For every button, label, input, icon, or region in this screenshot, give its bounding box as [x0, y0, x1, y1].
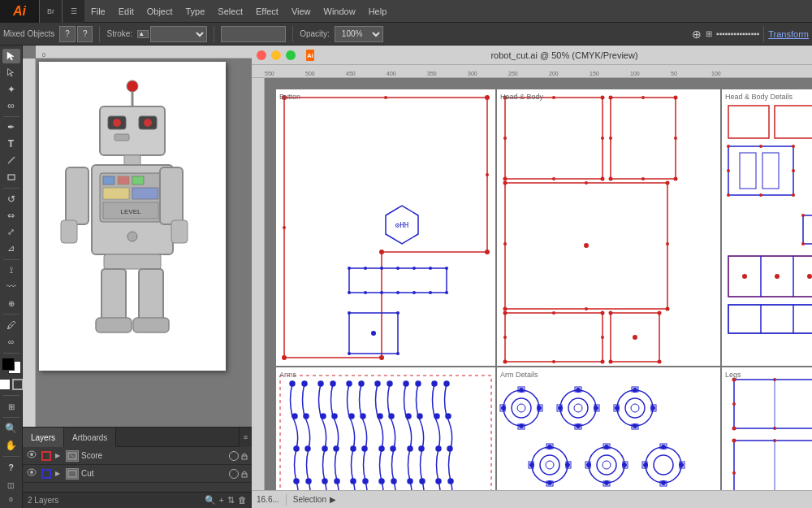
doc-file-icon: Ai — [304, 49, 317, 62]
layers-search-icon[interactable]: 🔍 — [205, 495, 216, 506]
svg-point-209 — [351, 479, 356, 484]
shape-builder-tool[interactable]: ⊕ — [2, 296, 20, 310]
fill-btn[interactable] — [0, 379, 11, 390]
question-tool[interactable]: ? — [2, 460, 20, 475]
layers-footer-icons: 🔍 + ⇅ 🗑 — [205, 495, 247, 506]
svg-point-195 — [321, 414, 326, 419]
layer-lock-cut[interactable] — [240, 470, 248, 478]
menu-effect[interactable]: Effect — [249, 0, 285, 23]
global-icon[interactable]: ⊕ — [692, 28, 702, 41]
layers-arrange-icon[interactable]: ⇅ — [227, 495, 235, 506]
svg-point-108 — [609, 137, 612, 140]
layers-tab-layers[interactable]: Layers — [23, 428, 64, 447]
warp-tool[interactable]: 〰 — [2, 280, 20, 294]
layer-lock-score[interactable] — [240, 452, 248, 460]
menu-window[interactable]: Window — [317, 0, 362, 23]
artboard-tool[interactable]: ⊞ — [2, 399, 20, 414]
pen-tool[interactable]: ✒ — [2, 120, 20, 135]
align-icon[interactable]: ⊞ — [706, 29, 712, 38]
rotate-tool[interactable]: ↺ — [2, 192, 20, 206]
layers-delete-icon[interactable]: 🗑 — [238, 495, 247, 506]
shear-tool[interactable]: ⊿ — [2, 241, 20, 255]
svg-point-274 — [633, 388, 637, 393]
layer-target-score[interactable] — [229, 451, 239, 461]
svg-point-118 — [552, 360, 555, 363]
svg-rect-244 — [497, 367, 720, 490]
lasso-tool[interactable]: ∞ — [2, 98, 20, 113]
options-question-buttons: ? ? — [59, 26, 93, 42]
svg-point-189 — [294, 479, 299, 484]
stroke-btn[interactable] — [12, 379, 24, 390]
menu-edit[interactable]: Edit — [112, 0, 140, 23]
layer-color-score — [41, 451, 51, 461]
rectangle-tool[interactable] — [2, 170, 20, 185]
layers-new-icon[interactable]: + — [219, 495, 224, 506]
color-chips[interactable] — [2, 358, 21, 374]
navigator-btn[interactable]: ◫ — [2, 478, 20, 493]
direct-selection-tool[interactable] — [2, 65, 20, 80]
layers-panel-menu[interactable]: ≡ — [239, 428, 252, 447]
svg-point-114 — [601, 360, 605, 364]
layer-row-cut[interactable]: ▶ Cut — [23, 465, 252, 483]
svg-point-227 — [408, 446, 412, 451]
menu-file[interactable]: File — [84, 0, 112, 23]
width-tool[interactable]: ⟟ — [2, 263, 20, 277]
stroke-dropdown[interactable] — [150, 26, 207, 42]
svg-rect-38 — [68, 471, 76, 477]
svg-point-79 — [348, 352, 351, 355]
svg-point-100 — [584, 243, 589, 248]
reflect-tool[interactable]: ⇔ — [2, 208, 20, 223]
layer-target-cut[interactable] — [229, 469, 239, 479]
svg-rect-16 — [132, 176, 144, 185]
selection-tool[interactable] — [2, 49, 20, 63]
layer-row-score[interactable]: ▶ Score — [23, 447, 252, 465]
options-sep-1 — [99, 26, 100, 42]
layer-expand-score[interactable]: ▶ — [55, 452, 63, 460]
layers-tab-artboards[interactable]: Artboards — [64, 428, 116, 447]
window-max-btn[interactable] — [286, 50, 296, 60]
stroke-color-preview — [221, 26, 286, 42]
menu-object[interactable]: Object — [140, 0, 179, 23]
transform-link[interactable]: Transform — [768, 29, 809, 39]
svg-point-139 — [792, 169, 795, 172]
doc-canvas[interactable]: 550 500 450 400 350 300 250 200 150 100 … — [252, 65, 812, 490]
menu-view[interactable]: View — [285, 0, 317, 23]
eyedropper-tool[interactable]: 🖊 — [2, 318, 20, 332]
artboard-hbd-svg: feet — [722, 89, 812, 366]
svg-point-132 — [727, 145, 730, 148]
menu-type[interactable]: Type — [179, 0, 212, 23]
menu-select[interactable]: Select — [211, 0, 249, 23]
hand-tool[interactable]: ✋ — [2, 437, 20, 452]
artboard-arms-svg — [276, 367, 495, 490]
svg-rect-14 — [103, 176, 114, 185]
svg-point-87 — [552, 96, 555, 99]
stroke-up[interactable]: ▲ — [137, 30, 149, 38]
layer-eye-score[interactable] — [26, 450, 37, 462]
line-tool[interactable] — [2, 153, 20, 167]
artboard-head-body-details-label: Head & Body Details — [725, 93, 793, 101]
svg-point-186 — [304, 414, 309, 419]
svg-point-104 — [609, 177, 613, 181]
magic-wand-tool[interactable]: ✦ — [2, 82, 20, 97]
options-q1[interactable]: ? — [59, 26, 76, 42]
toolbar-menu-icon[interactable]: ☰ — [62, 0, 84, 23]
svg-point-224 — [416, 381, 421, 386]
opacity-dropdown[interactable]: 100% — [335, 26, 383, 42]
blend-tool[interactable]: ∞ — [2, 334, 20, 349]
window-close-btn[interactable] — [257, 50, 266, 60]
scale-tool[interactable]: ⤢ — [2, 224, 20, 239]
menu-help[interactable]: Help — [362, 0, 394, 23]
zoom-tool[interactable]: 🔍 — [2, 421, 20, 436]
layer-expand-cut[interactable]: ▶ — [55, 470, 63, 478]
selection-arrow[interactable]: ▶ — [330, 495, 336, 504]
layer-actions-score — [229, 451, 248, 461]
svg-point-53 — [379, 355, 384, 360]
layer-eye-cut[interactable] — [26, 468, 37, 480]
type-tool[interactable]: T — [2, 137, 20, 151]
options-q2[interactable]: ? — [77, 26, 93, 42]
window-min-btn[interactable] — [271, 50, 281, 60]
svg-point-136 — [759, 145, 762, 148]
artboard-legs-svg — [722, 367, 812, 490]
mixed-objects-label: Mixed Objects — [3, 29, 54, 38]
options-bar: Mixed Objects ? ? Stroke: ▲ Opacity: 100… — [0, 23, 812, 46]
